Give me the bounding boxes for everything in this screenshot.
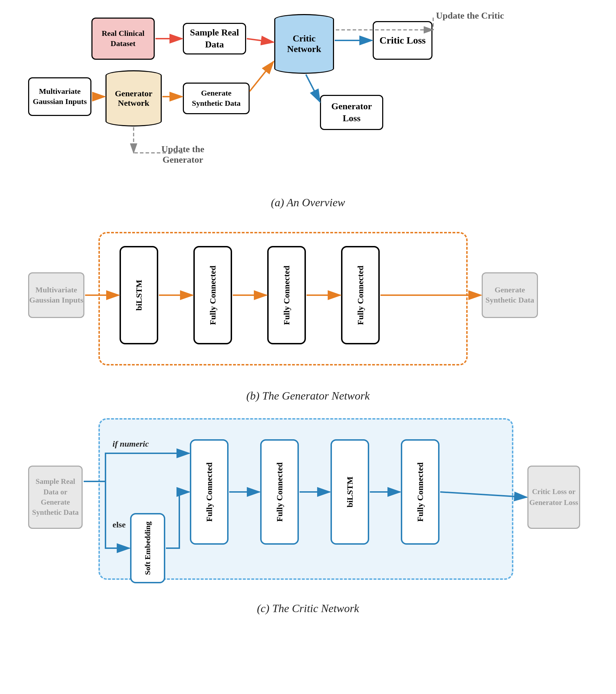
c-fc1-box: Fully Connected	[190, 439, 229, 545]
b-fc3-box: Fully Connected	[341, 246, 380, 344]
c-fc2-box: Fully Connected	[260, 439, 299, 545]
diagram-a: Update the Critic Real Clinical Dataset …	[21, 7, 595, 211]
c-if-numeric-label: if numeric	[113, 439, 149, 449]
critic-network-box: Critic Network	[274, 14, 334, 74]
main-container: Update the Critic Real Clinical Dataset …	[0, 0, 616, 633]
svg-line-5	[247, 39, 274, 42]
critic-loss-box: Critic Loss	[373, 21, 432, 60]
b-output-box: Generate Synthetic Data	[482, 272, 538, 318]
diagram-b: Multivariate Gaussian Inputs biLSTM Full…	[21, 218, 595, 404]
sample-real-box: Sample Real Data	[183, 23, 246, 54]
svg-line-8	[250, 61, 274, 91]
c-output-box: Critic Loss or Generator Loss	[527, 466, 580, 529]
multivariate-box: Multivariate Gaussian Inputs	[28, 77, 91, 116]
caption-a: (a) An Overview	[21, 196, 595, 209]
diagram-c: Sample Real Data or Generate Synthetic D…	[21, 411, 595, 615]
b-fc1-box: Fully Connected	[193, 246, 232, 344]
update-critic-label: Update the Critic	[436, 11, 504, 21]
generator-network-box: Generator Network	[105, 70, 162, 127]
b-input-box: Multivariate Gaussian Inputs	[28, 272, 84, 318]
generator-loss-box: Generator Loss	[320, 95, 383, 130]
caption-c: (c) The Critic Network	[21, 602, 595, 615]
b-bilstm-box: biLSTM	[120, 246, 158, 344]
b-fc2-box: Fully Connected	[267, 246, 306, 344]
c-bilstm-box: biLSTM	[331, 439, 369, 545]
caption-b: (b) The Generator Network	[21, 389, 595, 402]
c-soft-embedding-box: Soft Embedding	[130, 513, 165, 583]
real-clinical-box: Real Clinical Dataset	[91, 18, 155, 60]
c-input-box: Sample Real Data or Generate Synthetic D…	[28, 466, 83, 529]
c-else-label: else	[113, 520, 126, 530]
c-fc3-box: Fully Connected	[401, 439, 439, 545]
generate-synthetic-box: Generate Synthetic Data	[183, 83, 250, 114]
svg-line-10	[306, 74, 320, 102]
update-generator-label: Update the Generator	[148, 144, 218, 165]
